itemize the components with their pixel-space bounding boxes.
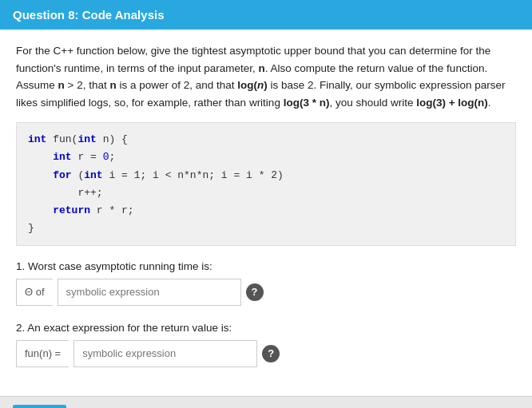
page-wrapper: Question 8: Code Analysis For the C++ fu… [0,0,532,408]
save-button[interactable]: Save [13,405,66,408]
question-2-help-icon[interactable]: ? [262,345,280,362]
question-1-input[interactable] [58,279,241,306]
question-1-prefix: Θ of [16,279,53,306]
question-description: For the C++ function below, give the tig… [16,42,516,111]
question-2-label: 2. An exact expression for the return va… [16,322,516,334]
question-2-section: 2. An exact expression for the return va… [16,322,516,367]
page-footer: Save 4 points available for this attempt [0,396,532,408]
code-block: int fun(int n) { int r = 0; for (int i =… [16,122,516,246]
page-header: Question 8: Code Analysis [0,0,532,30]
main-content: For the C++ function below, give the tig… [0,30,532,396]
header-title: Question 8: Code Analysis [13,8,165,22]
question-2-input-row: fun(n) = ? [16,340,516,367]
question-2-input[interactable] [73,340,257,367]
question-1-section: 1. Worst case asymptotic running time is… [16,260,516,306]
question-1-label: 1. Worst case asymptotic running time is… [16,260,516,272]
question-1-input-row: Θ of ? [16,279,516,306]
question-2-prefix: fun(n) = [16,340,69,367]
question-1-help-icon[interactable]: ? [246,283,264,301]
